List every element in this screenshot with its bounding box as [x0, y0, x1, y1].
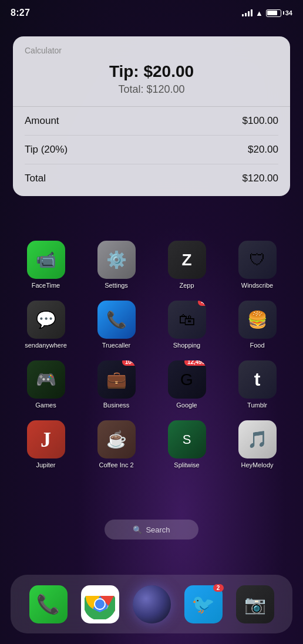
status-time: 8:27 [11, 8, 30, 18]
google-icon: G12,493 [168, 360, 206, 399]
heymelody-icon: 🎵 [238, 420, 277, 458]
truecaller-icon: 📞 [97, 301, 136, 339]
zepp-label: Zepp [179, 282, 194, 289]
app-item-google[interactable]: G12,493Google [160, 360, 213, 409]
status-icons: ▲ 34 [242, 9, 292, 18]
app-grid: 📹FaceTime⚙️SettingsZZepp🛡Windscribe💬send… [0, 241, 303, 480]
dock-item-phone[interactable]: 📞 [29, 585, 68, 623]
tip-label: Tip (20%) [25, 144, 68, 156]
heymelody-label: HeyMelody [241, 461, 273, 468]
games-icon: 🎮 [27, 360, 65, 399]
truecaller-label: Truecaller [102, 342, 131, 349]
settings-label: Settings [105, 282, 128, 289]
total-label: Total [25, 173, 46, 184]
app-item-coffeeinc2[interactable]: ☕Coffee Inc 2 [90, 420, 143, 468]
siri-icon [133, 585, 171, 623]
tip-row: Tip (20%) $20.00 [25, 136, 278, 164]
camera-icon: 📷 [236, 585, 274, 623]
status-bar: 8:27 ▲ 34 [0, 0, 303, 26]
zepp-icon: Z [168, 241, 206, 279]
jupiter-icon: J [27, 420, 65, 458]
app-row-0: 📹FaceTime⚙️SettingsZZepp🛡Windscribe [11, 241, 292, 289]
total-display: Total: $120.00 [25, 83, 278, 96]
coffeeinc2-icon: ☕ [97, 420, 136, 458]
business-icon: 💼104 [97, 360, 136, 399]
tumblr-icon: t [238, 360, 277, 399]
app-item-tumblr[interactable]: tTumblr [231, 360, 284, 409]
app-item-games[interactable]: 🎮Games [19, 360, 72, 409]
app-item-business[interactable]: 💼104Business [90, 360, 143, 409]
app-item-splitwise[interactable]: SSplitwise [160, 420, 213, 468]
chrome-icon [81, 585, 119, 623]
app-item-facetime[interactable]: 📹FaceTime [19, 241, 72, 289]
games-label: Games [35, 402, 56, 409]
search-icon: 🔍 [133, 525, 142, 534]
tip-display: Tip: $20.00 [25, 62, 278, 81]
search-label: Search [146, 525, 170, 534]
search-bar[interactable]: 🔍 Search [105, 520, 198, 540]
business-badge: 104 [122, 360, 136, 366]
dock-item-twitter[interactable]: 🐦 2 [184, 585, 223, 623]
phone-icon: 📞 [29, 585, 68, 623]
app-item-settings[interactable]: ⚙️Settings [90, 241, 143, 289]
shopping-icon: 🛍4 [168, 301, 206, 339]
app-item-food[interactable]: 🍔Food [231, 301, 284, 349]
dock-item-camera[interactable]: 📷 [236, 585, 274, 623]
app-item-shopping[interactable]: 🛍4Shopping [160, 301, 213, 349]
shopping-label: Shopping [173, 342, 201, 349]
app-row-2: 🎮Games💼104BusinessG12,493GoogletTumblr [11, 360, 292, 409]
battery-icon: 34 [266, 9, 292, 17]
dock-item-siri[interactable] [133, 585, 171, 623]
shopping-badge: 4 [198, 301, 206, 306]
business-label: Business [103, 402, 130, 409]
total-value: $120.00 [243, 173, 278, 184]
splitwise-icon: S [168, 420, 206, 458]
signal-icon [242, 9, 253, 16]
amount-value: $100.00 [243, 115, 278, 127]
settings-icon: ⚙️ [97, 241, 136, 279]
sendanywhere-icon: 💬 [27, 301, 65, 339]
battery-level: 34 [285, 9, 292, 16]
google-label: Google [176, 402, 197, 409]
card-app-label: Calculator [25, 46, 278, 55]
jupiter-label: Jupiter [36, 461, 55, 468]
app-item-jupiter[interactable]: JJupiter [19, 420, 72, 468]
app-row-3: JJupiter☕Coffee Inc 2SSplitwise🎵HeyMelod… [11, 420, 292, 468]
calculator-card: Calculator Tip: $20.00 Total: $120.00 Am… [13, 36, 290, 196]
windscribe-icon: 🛡 [238, 241, 277, 279]
amount-row: Amount $100.00 [25, 107, 278, 136]
svg-point-3 [95, 599, 105, 609]
total-row: Total $120.00 [25, 164, 278, 184]
dock-item-chrome[interactable] [81, 585, 119, 623]
sendanywhere-label: sendanywhere [25, 342, 67, 349]
food-icon: 🍔 [238, 301, 277, 339]
app-item-zepp[interactable]: ZZepp [160, 241, 213, 289]
twitter-badge: 2 [213, 584, 224, 592]
coffeeinc2-label: Coffee Inc 2 [99, 461, 133, 468]
amount-label: Amount [25, 115, 59, 127]
wifi-icon: ▲ [255, 9, 263, 18]
food-label: Food [250, 342, 264, 349]
app-item-truecaller[interactable]: 📞Truecaller [90, 301, 143, 349]
app-item-windscribe[interactable]: 🛡Windscribe [231, 241, 284, 289]
tip-value: $20.00 [248, 144, 278, 156]
dock: 📞 🐦 2 [11, 575, 292, 633]
app-row-1: 💬sendanywhere📞Truecaller🛍4Shopping🍔Food [11, 301, 292, 349]
app-item-sendanywhere[interactable]: 💬sendanywhere [19, 301, 72, 349]
splitwise-label: Splitwise [174, 461, 199, 468]
google-badge: 12,493 [184, 360, 206, 366]
tumblr-label: Tumblr [247, 402, 267, 409]
app-item-heymelody[interactable]: 🎵HeyMelody [231, 420, 284, 468]
windscribe-label: Windscribe [241, 282, 273, 289]
facetime-icon: 📹 [27, 241, 65, 279]
facetime-label: FaceTime [32, 282, 60, 289]
